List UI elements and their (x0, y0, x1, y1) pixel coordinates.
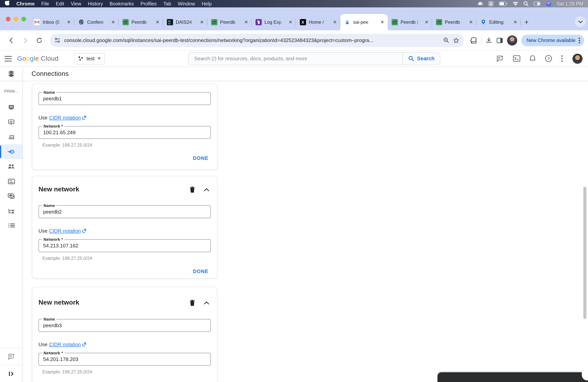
release-notes-button[interactable] (0, 348, 22, 365)
apple-icon[interactable] (5, 1, 10, 7)
network-address-field[interactable]: Network * 100.21.65.249 (39, 126, 211, 139)
sidebar-item-overview[interactable] (0, 100, 22, 115)
tab-peerdb-1[interactable]: Peerdb ✕ (119, 14, 163, 30)
collapse-card-icon[interactable] (204, 188, 209, 191)
forward-button[interactable] (20, 34, 31, 46)
url-text[interactable]: console.cloud.google.com/sql/instances/s… (64, 37, 440, 43)
tab-peerdb-3[interactable]: Peerdb ( ✕ (388, 14, 432, 30)
tab-close-icon[interactable]: ✕ (380, 20, 385, 25)
done-button[interactable]: DONE (190, 381, 211, 382)
done-button[interactable]: DONE (190, 154, 211, 162)
minimize-window-button[interactable] (14, 17, 18, 21)
reload-button[interactable] (33, 34, 45, 46)
notifications-bell-icon[interactable] (529, 55, 536, 62)
collapse-sidebar-button[interactable] (0, 365, 22, 382)
hamburger-menu-icon[interactable] (5, 56, 12, 61)
sidebar-item-databases[interactable] (0, 174, 22, 189)
sidebar-item-backups[interactable] (0, 189, 22, 203)
tab-editing[interactable]: Editing ✕ (476, 14, 521, 30)
browser-profile-avatar[interactable] (507, 35, 517, 45)
menubar-item-history[interactable]: History (88, 1, 103, 6)
tab-close-icon[interactable]: ✕ (200, 20, 204, 25)
bookmark-star-icon[interactable] (453, 37, 459, 43)
tab-peerdb-2[interactable]: Peerdb ✕ (207, 14, 252, 30)
done-button[interactable]: DONE (190, 268, 211, 275)
tab-close-icon[interactable]: ✕ (288, 20, 293, 25)
download-icon[interactable] (485, 37, 492, 44)
tab-dais24[interactable]: DA IS DAIS24 ✕ (163, 14, 207, 30)
network-name-field[interactable]: Name peerdb2 (39, 205, 211, 218)
sidebar-item-connections[interactable] (0, 144, 22, 159)
network-name-field[interactable]: Name peerdb3 (39, 319, 211, 332)
sidebar-item-system-insights[interactable] (0, 129, 22, 144)
new-tab-button[interactable]: + (521, 14, 532, 30)
side-panel-icon[interactable] (496, 37, 503, 44)
tab-conference[interactable]: Confere ✕ (74, 14, 119, 30)
chrome-update-button[interactable]: New Chrome available (521, 34, 584, 46)
delete-icon[interactable] (189, 299, 195, 306)
close-window-button[interactable] (6, 17, 10, 21)
console-search[interactable]: Search (189, 52, 441, 65)
spotlight-search-icon[interactable] (524, 1, 528, 6)
tab-log-explorer[interactable]: Log Exp ✕ (252, 14, 296, 30)
network-address-field[interactable]: Network * 54.201.178.203 (39, 353, 211, 366)
tab-inbox[interactable]: Inbox (5 ✕ (30, 14, 74, 30)
cidr-notation-link[interactable]: CIDR notation (49, 115, 86, 121)
gemini-assist-icon[interactable] (496, 55, 504, 62)
sidebar-item-operations[interactable] (0, 218, 22, 233)
vertical-scrollbar[interactable] (583, 187, 587, 319)
menubar-item-view[interactable]: View (71, 1, 81, 6)
zoom-icon[interactable] (443, 37, 449, 43)
sidebar-item-replicas[interactable] (0, 203, 22, 218)
name-value[interactable]: peerdb2 (39, 206, 210, 215)
project-selector[interactable]: test (74, 53, 105, 64)
tab-close-icon[interactable]: ✕ (244, 20, 249, 25)
cidr-notation-link[interactable]: CIDR notation (49, 341, 86, 347)
zoom-window-button[interactable] (21, 17, 26, 21)
name-value[interactable]: peerdb1 (39, 93, 210, 102)
control-center-icon[interactable] (534, 1, 541, 6)
extensions-icon[interactable] (470, 37, 477, 44)
input-source-icon[interactable] (488, 1, 494, 7)
search-input[interactable] (189, 56, 403, 62)
wifi-icon[interactable] (513, 1, 518, 6)
sidebar-item-query-insights[interactable] (0, 115, 22, 129)
tab-x-home[interactable]: X Home / ✕ (296, 14, 340, 30)
name-value[interactable]: peerdb3 (39, 319, 210, 328)
back-button[interactable] (5, 34, 17, 46)
search-button[interactable]: Search (403, 53, 440, 64)
display-mirroring-icon[interactable] (478, 1, 483, 6)
delete-icon[interactable] (189, 186, 195, 193)
network-address-field[interactable]: Network * 54.213.107.162 (39, 239, 211, 252)
siri-icon[interactable] (546, 1, 551, 7)
site-settings-icon[interactable] (54, 38, 60, 43)
tab-close-icon[interactable]: ✕ (333, 20, 337, 25)
menubar-clock[interactable]: Sat 1:25 PM (556, 1, 583, 6)
tab-close-icon[interactable]: ✕ (111, 20, 116, 25)
sidebar-item-users[interactable] (0, 159, 22, 174)
tab-close-icon[interactable]: ✕ (155, 20, 160, 25)
cidr-notation-link[interactable]: CIDR notation (49, 228, 86, 234)
cloud-sql-logo[interactable] (0, 67, 22, 81)
tab-close-icon[interactable]: ✕ (66, 20, 71, 25)
tab-close-icon[interactable]: ✕ (469, 20, 473, 25)
omnibox[interactable]: console.cloud.google.com/sql/instances/s… (50, 34, 464, 47)
battery-icon[interactable] (499, 1, 507, 6)
menubar-item-tab[interactable]: Tab (163, 1, 171, 6)
cloud-shell-icon[interactable] (513, 55, 520, 62)
menubar-item-edit[interactable]: Edit (56, 1, 64, 6)
collapse-card-icon[interactable] (204, 301, 209, 304)
help-icon[interactable]: ? (545, 55, 552, 62)
tab-search-chevron[interactable] (575, 16, 586, 27)
more-options-icon[interactable] (561, 55, 563, 62)
tab-peerdb-4[interactable]: Peerdb ✕ (432, 14, 476, 30)
account-avatar[interactable] (572, 53, 583, 64)
tab-close-icon[interactable]: ✕ (513, 20, 518, 25)
menubar-app-name[interactable]: Chrome (16, 1, 35, 6)
tab-close-icon[interactable]: ✕ (424, 20, 429, 25)
menubar-item-file[interactable]: File (41, 1, 49, 6)
network-name-field[interactable]: Name peerdb1 (39, 92, 211, 105)
kebab-menu-icon[interactable] (579, 37, 580, 43)
google-cloud-logo[interactable]: Google Cloud (17, 55, 59, 63)
menubar-item-window[interactable]: Window (178, 1, 195, 6)
